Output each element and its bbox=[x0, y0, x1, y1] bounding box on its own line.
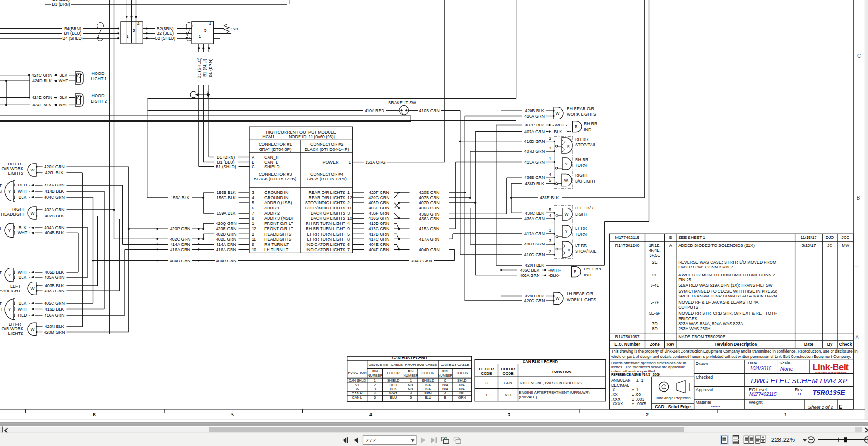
svg-text:TURN: TURN bbox=[575, 232, 587, 237]
svg-text:RH RR TURN LIGHT: RH RR TURN LIGHT bbox=[306, 226, 345, 231]
svg-text:1: 1 bbox=[348, 160, 351, 164]
svg-text:CAN BUS LEGEND: CAN BUS LEGEND bbox=[523, 359, 558, 364]
svg-text:B: B bbox=[669, 235, 672, 240]
svg-text:404D GRN: 404D GRN bbox=[170, 259, 190, 263]
svg-text:Link-Belt: Link-Belt bbox=[813, 362, 849, 372]
svg-text:T: T bbox=[0, 270, 2, 275]
svg-text:B1 (SHLD): B1 (SHLD) bbox=[216, 164, 236, 169]
svg-text:LIGHTS: LIGHTS bbox=[8, 171, 23, 176]
svg-text:Y: Y bbox=[8, 273, 11, 277]
svg-text:------: ------ bbox=[711, 403, 720, 409]
svg-text:CAN SHLD: CAN SHLD bbox=[349, 379, 366, 383]
svg-text:120: 120 bbox=[231, 27, 238, 31]
svg-text:4F,4E,: 4F,4E, bbox=[649, 248, 661, 253]
svg-text:11/15/17: 11/15/17 bbox=[801, 235, 816, 240]
svg-text:420M GRN: 420M GRN bbox=[44, 330, 65, 334]
svg-text:R14T501240: R14T501240 bbox=[615, 243, 640, 248]
svg-text:N/A: N/A bbox=[408, 387, 413, 391]
svg-text:LEFT B/U: LEFT B/U bbox=[575, 206, 593, 210]
svg-text:N/A: N/A bbox=[442, 383, 448, 387]
svg-text:V-: V- bbox=[356, 387, 359, 391]
svg-text:Approval: Approval bbox=[696, 387, 713, 392]
svg-text:BLK: BLK bbox=[59, 95, 67, 100]
svg-text:4: 4 bbox=[410, 391, 412, 395]
svg-text:5: 5 bbox=[410, 395, 412, 400]
svg-text:B2 (SHLD): B2 (SHLD) bbox=[155, 36, 176, 41]
svg-text:ADDR 2: ADDR 2 bbox=[264, 211, 280, 216]
svg-text:CONNECTOR #3: CONNECTOR #3 bbox=[259, 172, 292, 177]
svg-text:OUTPUTS: OUTPUTS bbox=[678, 305, 698, 310]
svg-text:N/A: N/A bbox=[408, 383, 413, 387]
svg-text:WHT: WHT bbox=[18, 307, 28, 312]
svg-text:V+: V+ bbox=[355, 383, 359, 387]
svg-text:JC: JC bbox=[827, 243, 833, 248]
svg-text:1: 1 bbox=[347, 190, 350, 195]
svg-text:W: W bbox=[30, 327, 34, 332]
svg-text:BLU: BLU bbox=[425, 395, 431, 400]
svg-text:GROUND IN: GROUND IN bbox=[264, 190, 289, 195]
svg-text:BLK: BLK bbox=[18, 301, 26, 305]
svg-text:(PRIVATE): (PRIVATE) bbox=[519, 395, 537, 399]
svg-text:RH TURN LT: RH TURN LT bbox=[264, 242, 289, 247]
svg-text:519A RED WAS 519A BRN (2X); TR: 519A RED WAS 519A BRN (2X); TRANS FILT S… bbox=[678, 283, 773, 288]
svg-text:B1 (BLU): B1 (BLU) bbox=[217, 160, 234, 164]
svg-text:228.22%: 228.22% bbox=[771, 436, 795, 443]
svg-text:410B GRN: 410B GRN bbox=[419, 108, 440, 113]
svg-text:420L BLK: 420L BLK bbox=[45, 171, 63, 175]
svg-text:404E GRN: 404E GRN bbox=[369, 242, 389, 247]
svg-text:N: N bbox=[0, 189, 2, 194]
svg-text:436D BLK: 436D BLK bbox=[525, 181, 544, 186]
svg-text:YEL: YEL bbox=[459, 391, 465, 395]
svg-text:B1 (BRN): B1 (BRN) bbox=[217, 155, 235, 160]
svg-text:4: 4 bbox=[252, 195, 254, 200]
svg-text:LT RR TURN LIGHT: LT RR TURN LIGHT bbox=[307, 237, 345, 242]
svg-text:HCM1: HCM1 bbox=[262, 134, 275, 139]
svg-text:O/R WORK: O/R WORK bbox=[2, 327, 24, 331]
svg-text:B4(BRN): B4(BRN) bbox=[64, 26, 81, 31]
svg-text:ADDR 1: ADDR 1 bbox=[264, 206, 280, 210]
svg-text:404D GRN: 404D GRN bbox=[216, 259, 236, 263]
svg-text:5: 5 bbox=[204, 28, 207, 33]
svg-text:11: 11 bbox=[252, 237, 256, 242]
svg-text:Weight: Weight bbox=[749, 400, 763, 405]
svg-text:414A GRN: 414A GRN bbox=[216, 242, 236, 247]
svg-text:RED: RED bbox=[18, 313, 27, 318]
svg-text:2: 2 bbox=[549, 136, 551, 141]
svg-text:5: 5 bbox=[231, 412, 234, 417]
svg-text:410C GRN: 410C GRN bbox=[524, 253, 545, 257]
svg-text:LIGHT: LIGHT bbox=[575, 212, 588, 216]
svg-text:405A GRN: 405A GRN bbox=[44, 275, 64, 280]
svg-text:EO Level: EO Level bbox=[749, 387, 767, 392]
svg-text:LT RR: LT RR bbox=[575, 243, 587, 248]
svg-text:± .06: ± .06 bbox=[632, 392, 641, 397]
svg-text:3/23/17: 3/23/17 bbox=[801, 243, 816, 248]
svg-text:156A BLK: 156A BLK bbox=[171, 195, 189, 200]
svg-text:By: By bbox=[827, 342, 833, 347]
svg-text:415A GRN: 415A GRN bbox=[524, 160, 545, 164]
svg-text:BACK UP LIGHTS: BACK UP LIGHTS bbox=[311, 216, 345, 221]
svg-text:5: 5 bbox=[549, 178, 551, 183]
svg-text:RH REAR O/R: RH REAR O/R bbox=[567, 106, 595, 111]
svg-text:WHT: WHT bbox=[59, 103, 68, 107]
svg-text:4: 4 bbox=[347, 221, 350, 226]
svg-text:CAN BUS CABLE: CAN BUS CABLE bbox=[441, 363, 469, 367]
svg-text:B1 (BRN): B1 (BRN) bbox=[208, 59, 213, 77]
svg-text:.XXX: .XXX bbox=[611, 397, 621, 401]
svg-text:RIGHT: RIGHT bbox=[12, 207, 26, 212]
svg-text:HEADLIGHT: HEADLIGHT bbox=[1, 212, 25, 216]
svg-text:420E GRN: 420E GRN bbox=[419, 190, 440, 195]
svg-text:LETTER: LETTER bbox=[479, 367, 494, 371]
svg-text:T: T bbox=[0, 301, 2, 306]
svg-text:RH FRT: RH FRT bbox=[8, 162, 23, 166]
svg-text:402B BLK: 402B BLK bbox=[45, 214, 64, 218]
svg-text:1: 1 bbox=[252, 221, 254, 226]
svg-text:Scale: Scale bbox=[779, 361, 790, 365]
svg-text:404D GRN: 404D GRN bbox=[419, 247, 440, 252]
svg-text:10/4/2015: 10/4/2015 bbox=[750, 365, 772, 371]
svg-text:TURN: TURN bbox=[575, 163, 587, 168]
svg-text:Date: Date bbox=[804, 342, 814, 347]
svg-text:IND: IND bbox=[584, 273, 591, 277]
svg-text:NUMBER: NUMBER bbox=[367, 373, 382, 378]
svg-text:1: 1 bbox=[549, 228, 551, 233]
svg-text:inches. The tolerances below: inches. The tolerances below are applica… bbox=[611, 365, 685, 369]
